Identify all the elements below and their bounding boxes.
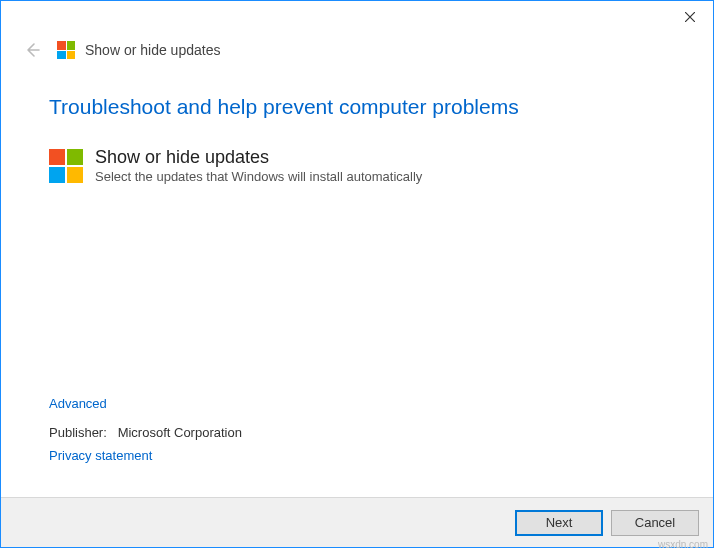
button-bar: Next Cancel xyxy=(1,497,713,547)
privacy-link[interactable]: Privacy statement xyxy=(49,448,152,463)
titlebar xyxy=(1,1,713,33)
footer-links: Advanced Publisher: Microsoft Corporatio… xyxy=(49,396,665,477)
header: Show or hide updates xyxy=(1,33,713,75)
publisher-label: Publisher: xyxy=(49,425,107,440)
publisher-row: Publisher: Microsoft Corporation xyxy=(49,425,665,440)
option-text: Show or hide updates Select the updates … xyxy=(95,147,422,184)
option-show-hide-updates[interactable]: Show or hide updates Select the updates … xyxy=(49,147,665,184)
microsoft-logo-icon xyxy=(57,41,75,59)
advanced-link[interactable]: Advanced xyxy=(49,396,107,411)
next-button[interactable]: Next xyxy=(515,510,603,536)
microsoft-logo-icon xyxy=(49,149,83,183)
content-area: Troubleshoot and help prevent computer p… xyxy=(1,75,713,497)
main-heading: Troubleshoot and help prevent computer p… xyxy=(49,95,665,119)
close-button[interactable] xyxy=(667,1,713,33)
cancel-button[interactable]: Cancel xyxy=(611,510,699,536)
option-description: Select the updates that Windows will ins… xyxy=(95,169,422,184)
publisher-value: Microsoft Corporation xyxy=(118,425,242,440)
troubleshooter-window: Show or hide updates Troubleshoot and he… xyxy=(0,0,714,548)
back-arrow-icon xyxy=(21,39,43,61)
watermark: wsxdn.com xyxy=(658,539,708,550)
option-title: Show or hide updates xyxy=(95,147,422,168)
header-title: Show or hide updates xyxy=(85,42,220,58)
